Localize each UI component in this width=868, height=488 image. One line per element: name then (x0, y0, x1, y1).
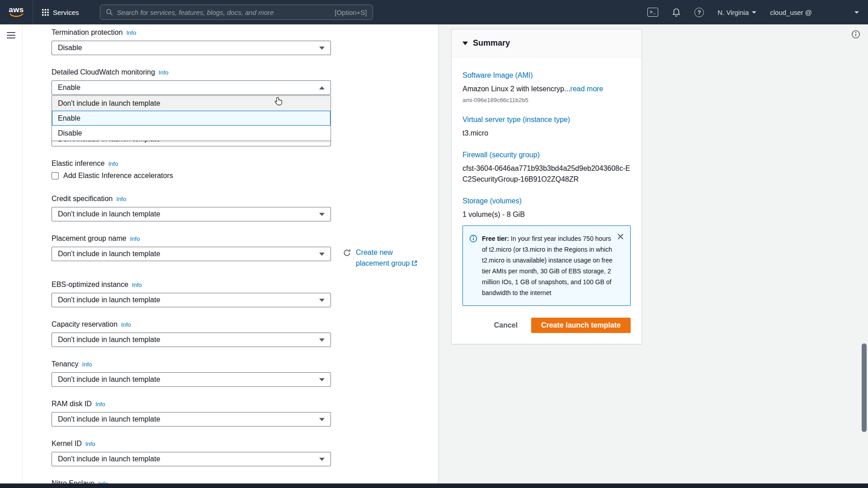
summary-header[interactable]: Summary (452, 29, 642, 57)
info-panel-toggle-icon[interactable] (851, 30, 860, 41)
close-icon[interactable] (617, 233, 624, 242)
credit-specification-label: Credit specificationInfo (52, 194, 331, 203)
select-value: Don't include in launch template (58, 375, 160, 384)
ebs-optimized-label: EBS-optimized instanceInfo (52, 280, 331, 289)
chevron-down-icon (319, 338, 325, 342)
search-input[interactable] (117, 9, 331, 16)
info-link[interactable]: Info (132, 282, 142, 288)
ami-text: Amazon Linux 2 with letsencryp... (462, 85, 570, 93)
summary-collapse-icon[interactable] (462, 42, 468, 45)
ami-heading-link[interactable]: Software Image (AMI) (462, 71, 631, 80)
info-link[interactable]: Info (108, 160, 118, 167)
create-placement-group-link[interactable]: Create new placement group (356, 247, 425, 269)
link-text: Create new placement group (356, 249, 410, 267)
aws-logo-text: aws (9, 7, 24, 13)
placement-group-select[interactable]: Don't include in launch template (52, 247, 331, 261)
search-icon (106, 9, 113, 16)
field-termination-protection: Termination protectionInfo Disable (52, 28, 331, 55)
field-placement-group: Placement group nameInfo Don't include i… (52, 234, 331, 261)
free-tier-text: Free tier: In your first year includes 7… (482, 233, 613, 298)
firewall-value: cfst-3604-0646aa771b93b3bd4a25d9eb204360… (462, 163, 631, 185)
ebs-optimized-select[interactable]: Don't include in launch template (52, 293, 331, 307)
region-label: N. Virginia (717, 9, 749, 16)
region-selector[interactable]: N. Virginia (717, 9, 756, 16)
ami-description: Amazon Linux 2 with letsencryp...read mo… (462, 84, 631, 94)
info-link[interactable]: Info (159, 69, 169, 76)
capacity-reservation-label: Capacity reservationInfo (52, 320, 331, 329)
services-menu-button[interactable]: Services (33, 9, 88, 16)
cloudwatch-monitoring-select[interactable]: Enable (52, 80, 331, 95)
field-ram-disk-id: RAM disk IDInfo Don't include in launch … (52, 399, 331, 427)
cloudshell-icon[interactable]: >_ (647, 8, 658, 17)
info-link[interactable]: Info (121, 321, 131, 328)
external-link-icon (411, 258, 417, 269)
capacity-reservation-select[interactable]: Don't include in launch template (52, 333, 331, 347)
top-navigation-bar: aws Services [Option+S] >_ (0, 0, 868, 24)
tenancy-label: TenancyInfo (52, 360, 331, 369)
storage-heading-link[interactable]: Storage (volumes) (462, 197, 631, 205)
cancel-button[interactable]: Cancel (494, 321, 517, 329)
info-link[interactable]: Info (126, 29, 136, 36)
chevron-up-icon (319, 86, 325, 89)
info-link[interactable]: Info (95, 401, 105, 408)
chevron-down-icon (319, 47, 325, 50)
label-text: Credit specification (52, 195, 113, 202)
account-menu[interactable]: cloud_user @ (770, 9, 812, 16)
info-link[interactable]: Info (130, 235, 140, 242)
select-value: Don't include in launch template (58, 250, 160, 258)
ram-disk-id-select[interactable]: Don't include in launch template (52, 412, 331, 427)
termination-protection-label: Termination protectionInfo (52, 28, 331, 37)
launch-template-form: Termination protectionInfo Disable Detai… (23, 24, 439, 483)
account-label: cloud_user @ (770, 9, 812, 16)
dropdown-option-dont-include[interactable]: Don't include in launch template (52, 96, 330, 111)
aws-logo[interactable]: aws (0, 7, 33, 18)
instance-type-heading-link[interactable]: Virtual server type (instance type) (462, 115, 631, 124)
refresh-icon[interactable] (343, 249, 351, 259)
aws-smile-icon (9, 13, 24, 18)
topbar-right-controls: >_ ? N. Virginia cloud_user @ (647, 8, 868, 17)
summary-body: Software Image (AMI) Amazon Linux 2 with… (452, 57, 642, 306)
label-text: Termination protection (52, 28, 123, 36)
elastic-inference-checkbox[interactable] (52, 172, 59, 179)
info-link[interactable]: Info (116, 196, 126, 202)
grid-icon (42, 9, 49, 16)
info-link[interactable]: Info (98, 480, 108, 483)
menu-icon[interactable] (7, 32, 15, 38)
checkbox-label: Add Elastic Inference accelerators (63, 172, 173, 180)
termination-protection-select[interactable]: Disable (52, 41, 331, 55)
free-tier-body: In your first year includes 750 hours of… (482, 235, 613, 296)
field-ebs-optimized: EBS-optimized instanceInfo Don't include… (52, 280, 331, 307)
label-text: Capacity reservation (52, 320, 118, 328)
summary-section-ami: Software Image (AMI) Amazon Linux 2 with… (462, 71, 631, 103)
dropdown-option-enable[interactable]: Enable (52, 111, 330, 126)
read-more-link[interactable]: read more (570, 85, 603, 93)
credit-specification-select[interactable]: Don't include in launch template (52, 207, 331, 221)
summary-section-storage: Storage (volumes) 1 volume(s) - 8 GiB (462, 197, 631, 220)
select-value: Enable (58, 84, 80, 92)
select-value: Don't include in launch template (58, 415, 160, 423)
firewall-heading-link[interactable]: Firewall (security group) (462, 150, 631, 159)
elastic-inference-checkbox-row: Add Elastic Inference accelerators (52, 172, 331, 180)
info-link[interactable]: Info (85, 441, 95, 447)
label-text: EBS-optimized instance (52, 281, 128, 288)
services-label: Services (53, 9, 79, 16)
select-value: Don't include in launch template (58, 455, 160, 463)
field-tenancy: TenancyInfo Don't include in launch temp… (52, 360, 331, 387)
create-launch-template-button[interactable]: Create launch template (531, 318, 631, 333)
summary-section-instance-type: Virtual server type (instance type) t3.m… (462, 115, 631, 139)
account-chevron-down-icon[interactable] (854, 11, 859, 14)
notifications-bell-icon[interactable] (672, 8, 681, 17)
tenancy-select[interactable]: Don't include in launch template (52, 372, 331, 387)
global-search-box[interactable]: [Option+S] (100, 5, 373, 20)
dropdown-option-disable[interactable]: Disable (52, 126, 330, 141)
select-value: Don't include in launch template (58, 336, 160, 344)
info-link[interactable]: Info (82, 361, 92, 368)
info-circle-icon (469, 235, 477, 298)
kernel-id-select[interactable]: Don't include in launch template (52, 452, 331, 466)
free-tier-bold: Free tier: (482, 235, 509, 242)
free-tier-info-box: Free tier: In your first year includes 7… (462, 225, 631, 306)
label-text: Placement group name (52, 235, 126, 242)
ram-disk-id-label: RAM disk IDInfo (52, 399, 331, 408)
help-icon[interactable]: ? (694, 8, 704, 17)
vertical-scrollbar-thumb[interactable] (862, 343, 867, 432)
